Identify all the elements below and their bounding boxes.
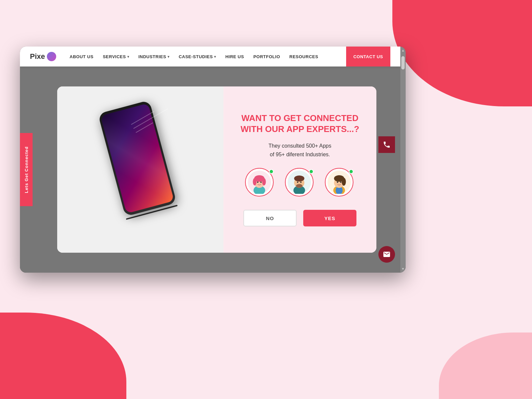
- svg-point-6: [262, 178, 266, 186]
- svg-point-5: [253, 178, 256, 186]
- avatar-1-image: [248, 171, 271, 194]
- background-blob-top-right: [392, 0, 532, 106]
- nav-about-us[interactable]: ABOUT US: [69, 54, 93, 59]
- navbar: Pixe ABOUT US SERVICES ▾ INDUSTRIES ▾ CA…: [20, 47, 400, 66]
- avatar-2-wrapper: [285, 168, 315, 198]
- card-headline: WANT TO GET CONNECTED WITH OUR APP EXPER…: [237, 113, 363, 135]
- avatar-2-image: [288, 171, 311, 194]
- background-blob-bottom-right: [439, 332, 532, 399]
- avatar-1-online-badge: [269, 169, 274, 174]
- industries-chevron-icon: ▾: [168, 55, 170, 59]
- phone-screen: [100, 103, 174, 213]
- logo-text: Pixe: [30, 52, 45, 61]
- nav-hire-us[interactable]: HIRE US: [225, 54, 244, 59]
- svg-point-15: [297, 182, 298, 183]
- logo-icon: [47, 52, 56, 61]
- avatar-3-image: [328, 171, 351, 194]
- services-chevron-icon: ▾: [127, 55, 129, 59]
- phone-body: [98, 100, 177, 217]
- avatar-3-online-badge: [349, 169, 353, 174]
- no-button[interactable]: NO: [243, 210, 297, 226]
- nav-case-studies[interactable]: CASE-STUDIES ▾: [179, 54, 216, 59]
- nav-industries[interactable]: INDUSTRIES ▾: [138, 54, 169, 59]
- svg-point-25: [340, 182, 341, 183]
- svg-point-7: [257, 182, 258, 183]
- nav-services[interactable]: SERVICES ▾: [103, 54, 129, 59]
- svg-point-8: [260, 182, 262, 183]
- side-tab-label: Lets Get Connected: [24, 146, 29, 193]
- svg-point-14: [296, 184, 303, 188]
- contact-us-button[interactable]: CONTACT US: [346, 47, 390, 66]
- card-subtext: They consulted 500+ Apps of 95+ diferent…: [237, 142, 363, 159]
- scroll-down-arrow[interactable]: ▼: [401, 267, 405, 271]
- yes-button[interactable]: YES: [303, 210, 356, 226]
- side-tab-get-connected[interactable]: Lets Get Connected: [20, 133, 33, 206]
- phone-section: [57, 86, 223, 253]
- nav-portfolio[interactable]: PORTFOLIO: [253, 54, 280, 59]
- avatar-2-online-badge: [309, 169, 314, 174]
- avatars-row: [237, 168, 363, 198]
- svg-point-24: [337, 182, 338, 183]
- svg-point-23: [342, 178, 346, 186]
- buttons-row: NO YES: [237, 210, 363, 226]
- browser-window: ▲ ▼ Pixe ABOUT US SERVICES ▾ INDUSTRIES …: [20, 47, 406, 273]
- main-content: Lets Get Connected: [20, 66, 400, 273]
- svg-point-16: [300, 182, 302, 183]
- scrollbar-thumb[interactable]: [401, 56, 405, 69]
- phone-icon: [383, 141, 391, 149]
- background-blob-bottom-left: [0, 313, 126, 399]
- info-panel: WANT TO GET CONNECTED WITH OUR APP EXPER…: [223, 86, 376, 253]
- phone-illustration: [88, 97, 196, 253]
- case-studies-chevron-icon: ▾: [214, 55, 216, 59]
- scrollbar[interactable]: ▲ ▼: [400, 47, 406, 273]
- main-card: WANT TO GET CONNECTED WITH OUR APP EXPER…: [57, 86, 376, 253]
- nav-items: ABOUT US SERVICES ▾ INDUSTRIES ▾ CASE-ST…: [69, 54, 346, 59]
- avatar-1-wrapper: [245, 168, 275, 198]
- nav-logo[interactable]: Pixe: [30, 52, 56, 61]
- scroll-up-arrow[interactable]: ▲: [401, 49, 405, 52]
- phone-icon-button[interactable]: [378, 136, 395, 153]
- email-icon: [383, 250, 391, 258]
- nav-resources[interactable]: RESOURCES: [289, 54, 318, 59]
- avatar-3-wrapper: [325, 168, 355, 198]
- email-icon-button[interactable]: [378, 246, 395, 263]
- svg-point-13: [294, 176, 305, 182]
